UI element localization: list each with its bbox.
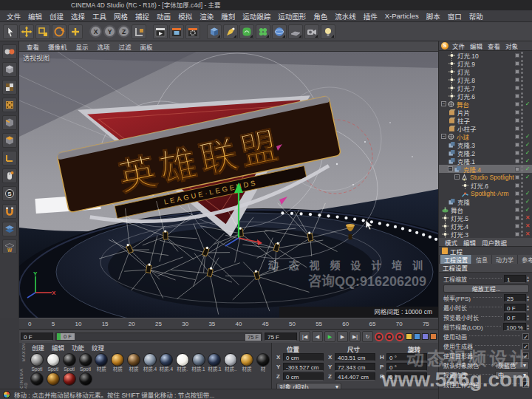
menu-窗口[interactable]: 窗口 (444, 11, 466, 21)
field-value-input[interactable]: 0 F (504, 313, 526, 321)
menu-编辑[interactable]: 编辑 (24, 11, 46, 21)
am-menu-模式[interactable]: 模式 (442, 238, 460, 247)
am-menu-用户数据[interactable]: 用户数据 (479, 238, 510, 247)
layer-chip[interactable] (515, 183, 519, 188)
layer-chip[interactable] (515, 94, 519, 98)
enable-check[interactable]: ✓ (525, 206, 531, 214)
menu-动画[interactable]: 动画 (153, 11, 174, 21)
coord-input[interactable]: 72.343 cm (335, 363, 375, 371)
stepper-icon[interactable]: ▴▾ (527, 304, 529, 312)
coord-input[interactable]: -303.527 cm (283, 363, 324, 371)
material-item[interactable]: 材质 (109, 352, 126, 372)
object-item-灯光.5[interactable]: 灯光.5✕ (439, 214, 532, 222)
stepper-icon[interactable]: ▴▾ (527, 314, 529, 321)
menu-帮助[interactable]: 帮助 (466, 11, 487, 21)
timeline-slider[interactable]: 0 F 75 F (55, 332, 262, 341)
attribute-object-row[interactable]: 工程 (439, 247, 532, 255)
layer-chip[interactable] (515, 167, 519, 171)
material-item[interactable]: 材质.1 (206, 352, 222, 372)
layer-chip[interactable] (515, 175, 519, 180)
scale-tool-button[interactable] (35, 24, 50, 39)
material-item[interactable]: 材质. (174, 352, 191, 372)
primitive-cube-button[interactable] (207, 24, 222, 39)
layer-chip[interactable] (515, 159, 519, 163)
key-rotation-toggle[interactable] (422, 333, 429, 340)
render-picture-viewer-button[interactable] (169, 24, 184, 39)
object-item-灯光.8[interactable]: 灯光.8 (439, 75, 532, 83)
points-mode-button[interactable] (2, 98, 17, 112)
visibility-dots[interactable] (521, 84, 523, 91)
end-frame-input[interactable]: 75 F (265, 332, 297, 341)
expand-toggle[interactable]: − (448, 166, 453, 171)
stepper-icon[interactable]: ▴▾ (527, 295, 529, 302)
menu-捕捉[interactable]: 捕捉 (132, 11, 153, 21)
visibility-dots[interactable] (521, 206, 523, 213)
layer-chip[interactable] (515, 118, 519, 123)
layer-chip[interactable] (515, 102, 519, 106)
layer-chip[interactable] (515, 216, 519, 220)
menu-角色[interactable]: 角色 (310, 11, 331, 21)
magnet-tool-button[interactable] (2, 204, 17, 219)
enable-check[interactable]: ✕ (525, 214, 531, 222)
menu-运动跟踪[interactable]: 运动跟踪 (239, 11, 274, 21)
object-item-灯光[interactable]: 灯光 (439, 67, 532, 75)
spline-pen-button[interactable] (223, 24, 238, 39)
enable-check[interactable]: ✓ (525, 157, 531, 165)
layers-button[interactable] (2, 222, 17, 236)
lock-y-toggle[interactable]: Y (103, 25, 116, 38)
visibility-dots[interactable] (521, 100, 523, 107)
visibility-dots[interactable] (521, 222, 523, 229)
layer-chip[interactable] (515, 110, 519, 115)
camera-button[interactable] (304, 24, 319, 39)
viewport-menu-面板[interactable]: 面板 (136, 42, 157, 51)
texture-mode-button[interactable] (2, 80, 17, 95)
viewport-menu-过滤[interactable]: 过滤 (115, 42, 136, 51)
layer-chip[interactable] (515, 126, 519, 131)
render-view-button[interactable] (153, 24, 168, 39)
object-item-小柱子[interactable]: 小柱子 (439, 124, 532, 132)
visibility-dots[interactable] (521, 125, 523, 132)
field-select[interactable]: 中▾ (495, 371, 529, 379)
expand-toggle[interactable]: − (441, 134, 446, 139)
next-frame-button[interactable]: ▶ (337, 331, 348, 342)
object-item-灯光.9[interactable]: 灯光.9 (439, 59, 532, 67)
floor-button[interactable] (288, 24, 303, 39)
material-menu-功能[interactable]: 功能 (68, 343, 88, 352)
field-checkbox[interactable]: ✓ (522, 343, 529, 349)
windows-start-icon[interactable] (3, 391, 10, 398)
enable-check[interactable]: ✓ (525, 198, 531, 205)
visibility-dots[interactable] (521, 198, 523, 205)
visibility-dots[interactable] (521, 174, 523, 180)
visibility-dots[interactable] (521, 149, 523, 156)
coord-input[interactable]: 414.407 cm (335, 372, 375, 381)
coord-system-toggle[interactable] (132, 24, 146, 39)
layer-chip[interactable] (515, 53, 519, 58)
material-item[interactable]: 材质.4 (158, 352, 174, 372)
lock-z-toggle[interactable]: Z (117, 25, 130, 38)
field-checkbox[interactable]: ✓ (522, 352, 529, 359)
menu-渲染[interactable]: 渲染 (196, 11, 217, 21)
visibility-dots[interactable] (521, 52, 523, 58)
object-item-灯光.10[interactable]: 灯光.10 (439, 51, 532, 59)
current-frame-input[interactable]: 0 F (21, 332, 53, 341)
menu-雕刻[interactable]: 雕刻 (217, 11, 239, 21)
object-item-克隆.2[interactable]: 克隆.2✓ (439, 149, 532, 157)
material-item[interactable] (78, 372, 94, 389)
object-item-舞台[interactable]: −舞台✓ (439, 100, 532, 108)
visibility-dots[interactable] (521, 141, 523, 148)
field-value-input[interactable]: 100 % (503, 323, 526, 331)
key-parameter-toggle[interactable] (430, 333, 437, 340)
tweak-mode-button[interactable] (2, 168, 17, 183)
object-item-灯光.6[interactable]: 灯光.6 (439, 181, 532, 189)
coord-input[interactable]: 0 cm (283, 353, 324, 361)
visibility-dots[interactable] (521, 92, 523, 99)
coord-input[interactable]: 0 cm (283, 372, 324, 381)
material-item[interactable]: Spotl (29, 352, 45, 372)
coord-input[interactable]: 0 ° (386, 363, 427, 371)
menu-网格[interactable]: 网格 (110, 11, 132, 21)
timeline-range-end[interactable]: 75 F (245, 334, 261, 341)
autokey-button[interactable] (385, 332, 394, 341)
object-item-Spotlight-Arm[interactable]: Spotlight-Arm✓ (439, 189, 532, 197)
goto-end-button[interactable]: ▶| (349, 331, 361, 342)
menu-文件[interactable]: 文件 (3, 11, 24, 21)
